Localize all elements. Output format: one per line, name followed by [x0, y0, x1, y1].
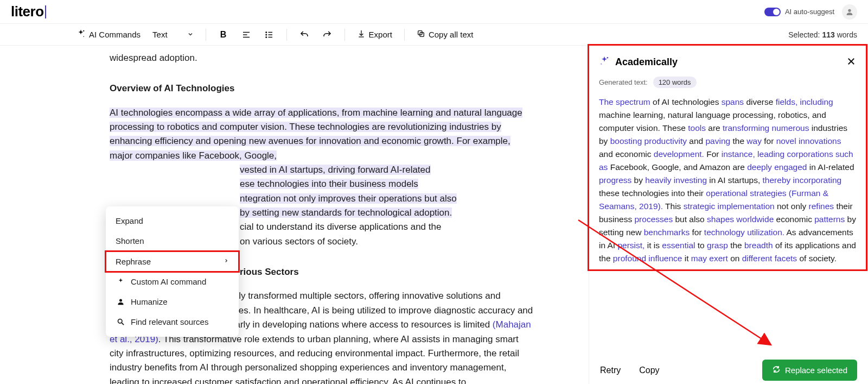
changed-span: strategic implementation	[684, 202, 775, 211]
changed-span: heavily investing	[645, 175, 707, 185]
menu-expand[interactable]: Expand	[106, 211, 239, 231]
top-bar: litero AI auto-suggest	[0, 0, 868, 24]
unchanged-span: For	[704, 149, 722, 159]
person-icon	[845, 8, 854, 16]
changed-span: development.	[654, 149, 704, 159]
auto-suggest-label: AI auto-suggest	[785, 8, 834, 16]
unchanged-span: are	[706, 123, 723, 133]
changed-span: refines	[809, 202, 834, 211]
undo-button[interactable]	[299, 29, 310, 40]
changed-span: different facets	[742, 254, 797, 263]
separator	[286, 29, 287, 41]
unchanged-span: it	[682, 254, 691, 263]
close-button[interactable]	[846, 56, 856, 68]
editor[interactable]: widespread adoption. Overview of AI Tech…	[0, 46, 589, 384]
svg-point-17	[607, 57, 609, 59]
result-card: Academically Generated text: 120 words T…	[589, 46, 866, 269]
align-button[interactable]	[241, 29, 252, 40]
unchanged-span: but also	[673, 215, 707, 224]
changed-span: novel innovations	[776, 136, 841, 146]
ai-result-panel: Academically Generated text: 120 words T…	[589, 46, 868, 384]
word-count-badge: 120 words	[653, 77, 697, 88]
changed-span: thereby incorporating	[763, 175, 842, 185]
svg-point-14	[119, 299, 122, 302]
text-style-dropdown[interactable]: Text	[152, 30, 194, 39]
svg-point-8	[266, 36, 267, 37]
copy-all-button[interactable]: Copy all text	[417, 29, 474, 40]
separator	[404, 29, 405, 41]
changed-span: profound influence	[613, 254, 682, 263]
ai-commands-button[interactable]: AI Commands	[76, 29, 141, 40]
replace-selected-button[interactable]: Replace selected	[762, 360, 857, 381]
menu-shorten[interactable]: Shorten	[106, 231, 239, 251]
unchanged-span: on	[728, 254, 742, 263]
toolbar: AI Commands Text B Export Copy all text …	[0, 24, 868, 46]
sparkle-icon	[76, 29, 86, 40]
svg-point-18	[601, 64, 602, 65]
changed-span: patterns	[814, 215, 845, 224]
generated-label: Generated text:	[599, 78, 648, 86]
unchanged-span: economic	[774, 215, 814, 224]
unchanged-span: the	[730, 136, 746, 146]
changed-span: shapes worldwide	[707, 215, 774, 224]
menu-find-sources[interactable]: Find relevant sources	[106, 312, 239, 332]
changed-span: may exert	[691, 254, 728, 263]
auto-suggest-toggle[interactable]	[764, 8, 781, 16]
text-dropdown-label: Text	[152, 30, 168, 39]
svg-point-6	[266, 32, 267, 33]
unchanged-span: for	[690, 228, 704, 237]
changed-span: fields, including	[776, 97, 833, 106]
copy-icon	[417, 29, 425, 40]
unchanged-span: in AI startups,	[707, 175, 763, 185]
menu-humanize[interactable]: Humanize	[106, 292, 239, 312]
changed-span: grasp	[707, 241, 728, 250]
paragraph-trail[interactable]: widespread adoption.	[110, 51, 534, 65]
unchanged-span: not only	[775, 202, 809, 211]
unchanged-span: This	[663, 202, 684, 211]
unchanged-span: for	[762, 136, 776, 146]
changed-span: technology utilization.	[704, 228, 784, 237]
changed-span: deeply engaged	[747, 162, 807, 172]
generated-text[interactable]: The spectrum of AI technologies spans di…	[599, 96, 856, 265]
unchanged-span: to	[695, 241, 707, 250]
export-button[interactable]: Export	[357, 29, 392, 40]
copy-button[interactable]: Copy	[639, 366, 659, 375]
export-label: Export	[369, 30, 392, 39]
heading-overview[interactable]: Overview of AI Technologies	[110, 81, 534, 96]
bold-button[interactable]: B	[218, 29, 229, 40]
menu-rephrase[interactable]: Rephrase	[106, 251, 239, 272]
retry-button[interactable]: Retry	[600, 366, 621, 375]
unchanged-span: by	[631, 175, 645, 185]
logo[interactable]: litero	[11, 3, 46, 20]
close-icon	[846, 56, 856, 66]
menu-custom-command[interactable]: Custom AI command	[106, 272, 239, 292]
svg-point-1	[83, 30, 84, 32]
svg-point-0	[848, 9, 851, 11]
unchanged-span: of society.	[797, 254, 837, 263]
changed-span: benchmarks	[644, 228, 690, 237]
main-area: widespread adoption. Overview of AI Tech…	[0, 46, 868, 384]
changed-span: boosting productivity	[610, 136, 687, 146]
selected-words-count: Selected: 113 words	[788, 30, 857, 39]
list-button[interactable]	[264, 29, 275, 40]
unchanged-span: Facebook, Google, and Amazon are	[608, 162, 747, 172]
separator	[344, 29, 345, 41]
svg-point-2	[84, 36, 85, 37]
chevron-right-icon	[224, 255, 229, 267]
changed-span: paving	[705, 136, 730, 146]
search-icon	[116, 317, 125, 327]
changed-span: persist,	[617, 241, 644, 250]
unchanged-span: in AI-related	[807, 162, 854, 172]
user-avatar[interactable]	[842, 4, 857, 20]
ai-context-menu: Expand Shorten Rephrase Custom AI comman…	[106, 206, 239, 337]
redo-button[interactable]	[322, 29, 333, 40]
download-icon	[357, 29, 366, 40]
sparkle-icon	[599, 55, 610, 69]
changed-span: spans	[722, 97, 744, 106]
panel-title: Academically	[599, 55, 678, 69]
unchanged-span: of AI technologies	[650, 97, 722, 106]
svg-line-16	[122, 323, 124, 325]
changed-span: way	[746, 136, 762, 146]
changed-span: The spectrum	[599, 97, 650, 106]
unchanged-span: the	[728, 241, 744, 250]
